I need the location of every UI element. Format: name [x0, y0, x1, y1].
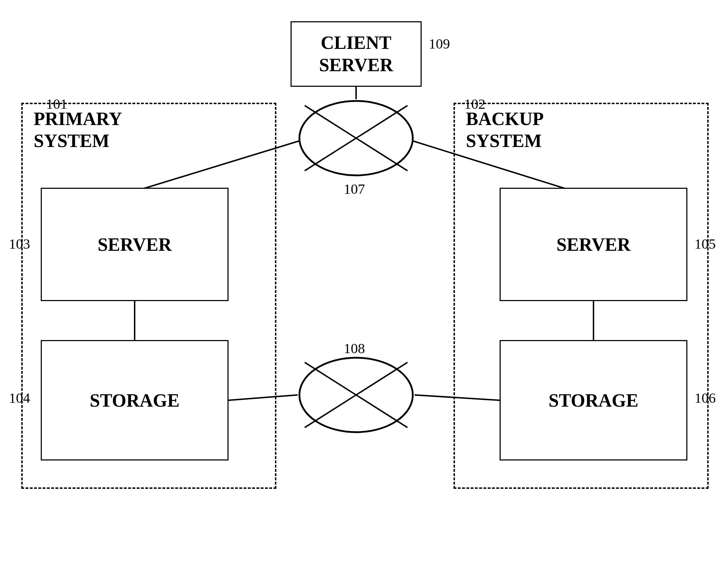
storage-primary-box: STORAGE	[41, 340, 229, 460]
storage-primary-label: STORAGE	[90, 390, 179, 411]
client-server-label: CLIENT SERVER	[319, 32, 393, 76]
primary-system-label: PRIMARY SYSTEM	[34, 108, 122, 152]
storage-backup-box: STORAGE	[500, 340, 687, 460]
ref-104: 104	[9, 390, 30, 406]
network-ellipse-top	[298, 99, 415, 177]
ref-108: 108	[344, 340, 365, 357]
ref-106: 106	[694, 390, 716, 406]
ref-101: 101	[46, 96, 67, 112]
ref-109: 109	[429, 35, 450, 52]
client-server-box: CLIENT SERVER	[291, 21, 422, 87]
network-ellipse-bottom	[298, 356, 415, 434]
storage-backup-label: STORAGE	[548, 390, 638, 411]
ref-105: 105	[694, 236, 716, 252]
server-primary-label: SERVER	[97, 234, 171, 255]
backup-system-label: BACKUP SYSTEM	[466, 108, 544, 152]
ref-102: 102	[464, 96, 485, 112]
diagram-container: CLIENT SERVER 109 107 PRIMARY SYSTEM 101…	[0, 0, 726, 588]
ref-107: 107	[344, 181, 365, 197]
ref-103: 103	[9, 236, 30, 252]
server-primary-box: SERVER	[41, 188, 229, 301]
server-backup-label: SERVER	[556, 234, 630, 255]
server-backup-box: SERVER	[500, 188, 687, 301]
